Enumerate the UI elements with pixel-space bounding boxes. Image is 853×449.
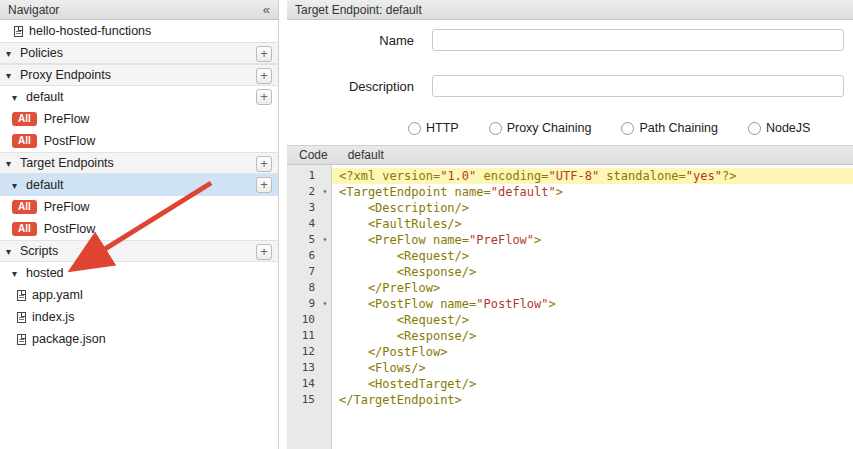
navigator-title: Navigator	[8, 3, 59, 17]
code-text[interactable]: <Flows/>	[332, 360, 853, 376]
code-text[interactable]: <TargetEndpoint name="default">	[332, 184, 853, 200]
fold-spacer	[318, 248, 332, 264]
item-label: PostFlow	[44, 134, 95, 148]
sidebar-file-hello-hosted-functions[interactable]: hello-hosted-functions	[0, 20, 278, 42]
code-text[interactable]: <Response/>	[332, 264, 853, 280]
sidebar-section-scripts[interactable]: ▾Scripts+	[0, 240, 278, 262]
chevron-down-icon[interactable]: ▾	[12, 268, 26, 279]
flow-condition-badge: All	[12, 134, 37, 148]
code-text[interactable]: <Description/>	[332, 200, 853, 216]
chevron-down-icon[interactable]: ▾	[6, 246, 20, 257]
fold-toggle-icon[interactable]: ▾	[318, 184, 332, 200]
radio-circle-icon	[748, 122, 761, 135]
code-line[interactable]: 9▾ <PostFlow name="PostFlow">	[287, 296, 853, 312]
file-icon	[17, 290, 26, 301]
code-header: Code default	[287, 145, 853, 165]
code-text[interactable]: </PreFlow>	[332, 280, 853, 296]
radio-http[interactable]: HTTP	[408, 121, 459, 135]
sidebar-node-default[interactable]: ▾default+	[0, 174, 278, 196]
code-text[interactable]: <Request/>	[332, 312, 853, 328]
collapse-sidebar-button[interactable]: «	[263, 2, 270, 17]
sidebar-node-default[interactable]: ▾default+	[0, 86, 278, 108]
line-number: 3	[287, 200, 318, 216]
radio-label: HTTP	[426, 121, 459, 135]
sidebar-section-policies[interactable]: ▾Policies+	[0, 42, 278, 64]
sidebar-folder-hosted[interactable]: ▾hosted	[0, 262, 278, 284]
code-line[interactable]: 4 <FaultRules/>	[287, 216, 853, 232]
radio-path-chaining[interactable]: Path Chaining	[621, 121, 718, 135]
chevron-down-icon[interactable]: ▾	[6, 70, 20, 81]
item-label: app.yaml	[32, 288, 83, 302]
code-text[interactable]: <?xml version="1.0" encoding="UTF-8" sta…	[332, 168, 853, 184]
sidebar-file-package-json[interactable]: package.json	[0, 328, 278, 350]
code-editor[interactable]: 1<?xml version="1.0" encoding="UTF-8" st…	[287, 165, 853, 449]
fold-spacer	[318, 264, 332, 280]
item-label: hosted	[26, 266, 64, 280]
code-line[interactable]: 15</TargetEndpoint>	[287, 392, 853, 408]
code-text[interactable]: <Request/>	[332, 248, 853, 264]
name-label: Name	[287, 33, 432, 48]
radio-label: NodeJS	[766, 121, 810, 135]
code-line[interactable]: 5▾ <PreFlow name="PreFlow">	[287, 232, 853, 248]
sidebar-flow-postflow[interactable]: AllPostFlow	[0, 218, 278, 240]
radio-proxy-chaining[interactable]: Proxy Chaining	[489, 121, 592, 135]
sidebar-file-index-js[interactable]: index.js	[0, 306, 278, 328]
line-number: 10	[287, 312, 318, 328]
sidebar-section-target-endpoints[interactable]: ▾Target Endpoints+	[0, 152, 278, 174]
file-icon	[14, 26, 23, 37]
sidebar-flow-preflow[interactable]: AllPreFlow	[0, 108, 278, 130]
code-line[interactable]: 2▾<TargetEndpoint name="default">	[287, 184, 853, 200]
line-number: 6	[287, 248, 318, 264]
add-button[interactable]: +	[256, 89, 272, 105]
sidebar-flow-preflow[interactable]: AllPreFlow	[0, 196, 278, 218]
code-line[interactable]: 6 <Request/>	[287, 248, 853, 264]
code-line[interactable]: 7 <Response/>	[287, 264, 853, 280]
code-line[interactable]: 13 <Flows/>	[287, 360, 853, 376]
code-text[interactable]: <PostFlow name="PostFlow">	[332, 296, 853, 312]
code-line[interactable]: 8 </PreFlow>	[287, 280, 853, 296]
code-text[interactable]: <Response/>	[332, 328, 853, 344]
navigator-tree: hello-hosted-functions▾Policies+▾Proxy E…	[0, 20, 278, 449]
chevron-down-icon[interactable]: ▾	[6, 48, 20, 59]
code-line[interactable]: 14 <HostedTarget/>	[287, 376, 853, 392]
code-text[interactable]: <FaultRules/>	[332, 216, 853, 232]
line-number: 15	[287, 392, 318, 408]
file-icon	[17, 334, 26, 345]
radio-nodejs[interactable]: NodeJS	[748, 121, 810, 135]
add-button[interactable]: +	[256, 244, 272, 260]
chevron-down-icon[interactable]: ▾	[12, 180, 26, 191]
sidebar-file-app-yaml[interactable]: app.yaml	[0, 284, 278, 306]
flow-condition-badge: All	[12, 200, 37, 214]
code-line[interactable]: 10 <Request/>	[287, 312, 853, 328]
fold-spacer	[318, 328, 332, 344]
add-button[interactable]: +	[256, 156, 272, 172]
code-text[interactable]: </TargetEndpoint>	[332, 392, 853, 408]
fold-spacer	[318, 360, 332, 376]
fold-spacer	[318, 392, 332, 408]
code-tab[interactable]: Code	[299, 148, 328, 162]
code-line[interactable]: 1<?xml version="1.0" encoding="UTF-8" st…	[287, 168, 853, 184]
code-text[interactable]: <HostedTarget/>	[332, 376, 853, 392]
sidebar-section-proxy-endpoints[interactable]: ▾Proxy Endpoints+	[0, 64, 278, 86]
chevron-down-icon[interactable]: ▾	[12, 92, 26, 103]
fold-toggle-icon[interactable]: ▾	[318, 296, 332, 312]
item-label: default	[26, 90, 64, 104]
add-button[interactable]: +	[256, 46, 272, 62]
add-button[interactable]: +	[256, 177, 272, 193]
add-button[interactable]: +	[256, 68, 272, 84]
item-label: Scripts	[20, 244, 58, 258]
code-line[interactable]: 12 </PostFlow>	[287, 344, 853, 360]
chevron-down-icon[interactable]: ▾	[6, 158, 20, 169]
code-line[interactable]: 11 <Response/>	[287, 328, 853, 344]
navigator-panel: Navigator « hello-hosted-functions▾Polic…	[0, 0, 279, 449]
fold-toggle-icon[interactable]: ▾	[318, 232, 332, 248]
item-label: hello-hosted-functions	[29, 24, 151, 38]
code-text[interactable]: </PostFlow>	[332, 344, 853, 360]
code-line[interactable]: 3 <Description/>	[287, 200, 853, 216]
code-text[interactable]: <PreFlow name="PreFlow">	[332, 232, 853, 248]
description-input[interactable]	[432, 75, 844, 97]
sidebar-flow-postflow[interactable]: AllPostFlow	[0, 130, 278, 152]
fold-spacer	[318, 312, 332, 328]
radio-circle-icon	[621, 122, 634, 135]
name-input[interactable]	[432, 29, 844, 51]
